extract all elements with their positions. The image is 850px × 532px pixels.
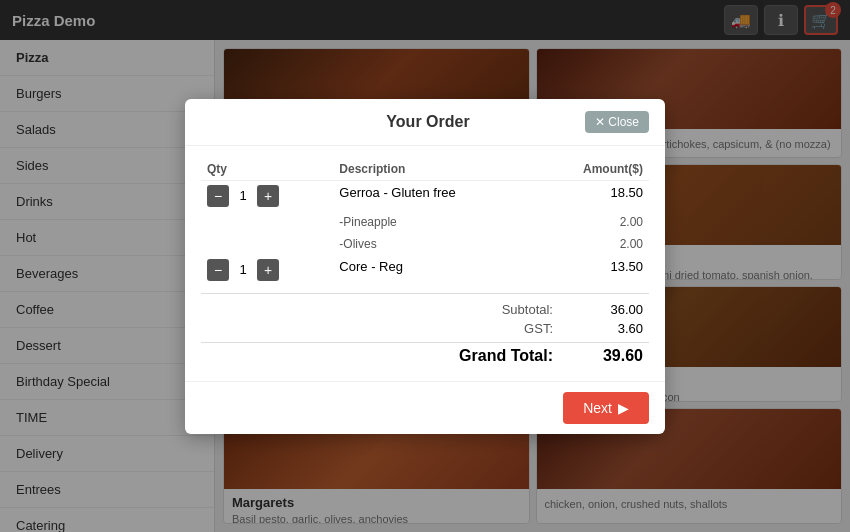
order-subitem-0-1: -Olives 2.00 (201, 233, 649, 255)
subtotal-value: 36.00 (593, 302, 643, 317)
qty-minus-1[interactable]: − (207, 259, 229, 281)
next-label: Next (583, 400, 612, 416)
gst-label: GST: (524, 321, 553, 336)
order-item-1: − 1 + Core - Reg 13.50 (201, 255, 649, 285)
modal-footer: Next ▶ (185, 381, 665, 434)
gst-value: 3.60 (593, 321, 643, 336)
order-item-name-1: Core - Reg (333, 255, 535, 285)
next-arrow-icon: ▶ (618, 400, 629, 416)
order-item-name-0: Gerroa - Gluten free (333, 180, 535, 211)
order-item-qty-0: − 1 + (201, 180, 333, 211)
qty-minus-0[interactable]: − (207, 185, 229, 207)
col-qty: Qty (201, 158, 333, 181)
subtotal-label: Subtotal: (502, 302, 553, 317)
modal-overlay: Your Order ✕ Close Qty Description Amoun… (0, 0, 850, 532)
subitem-name-0-1: -Olives (333, 233, 535, 255)
qty-value-0: 1 (233, 188, 253, 203)
modal-header: Your Order ✕ Close (185, 99, 665, 146)
order-item-qty-1: − 1 + (201, 255, 333, 285)
grand-total-value: 39.60 (593, 347, 643, 365)
order-item-amount-1: 13.50 (536, 255, 649, 285)
grand-total-row: Grand Total: 39.60 (201, 342, 649, 369)
close-button[interactable]: ✕ Close (585, 111, 649, 133)
subitem-amount-0-0: 2.00 (536, 211, 649, 233)
col-amount: Amount($) (536, 158, 649, 181)
order-modal: Your Order ✕ Close Qty Description Amoun… (185, 99, 665, 434)
order-item-0: − 1 + Gerroa - Gluten free 18.50 (201, 180, 649, 211)
qty-plus-1[interactable]: + (257, 259, 279, 281)
qty-value-1: 1 (233, 262, 253, 277)
subitem-name-0-0: -Pineapple (333, 211, 535, 233)
order-totals: Subtotal: 36.00 GST: 3.60 Grand Total: 3… (201, 293, 649, 369)
qty-plus-0[interactable]: + (257, 185, 279, 207)
col-desc: Description (333, 158, 535, 181)
grand-total-label: Grand Total: (459, 347, 553, 365)
subtotal-row: Subtotal: 36.00 (201, 300, 649, 319)
modal-body: Qty Description Amount($) − 1 + Gerroa -… (185, 146, 665, 381)
modal-title: Your Order (271, 113, 585, 131)
order-item-amount-0: 18.50 (536, 180, 649, 211)
next-button[interactable]: Next ▶ (563, 392, 649, 424)
gst-row: GST: 3.60 (201, 319, 649, 338)
subitem-amount-0-1: 2.00 (536, 233, 649, 255)
order-subitem-0-0: -Pineapple 2.00 (201, 211, 649, 233)
order-table: Qty Description Amount($) − 1 + Gerroa -… (201, 158, 649, 285)
